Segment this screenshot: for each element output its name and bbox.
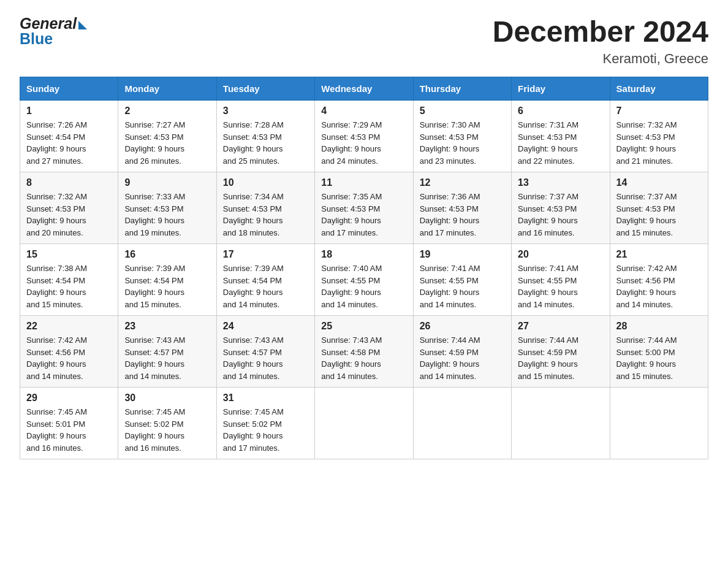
day-info: Sunrise: 7:41 AM Sunset: 4:55 PM Dayligh… (518, 262, 603, 310)
day-cell (413, 388, 511, 459)
day-info: Sunrise: 7:42 AM Sunset: 4:56 PM Dayligh… (26, 334, 112, 382)
day-info: Sunrise: 7:40 AM Sunset: 4:55 PM Dayligh… (321, 262, 406, 310)
day-number: 11 (321, 177, 406, 188)
day-cell: 25 Sunrise: 7:43 AM Sunset: 4:58 PM Dayl… (315, 316, 413, 388)
day-cell: 11 Sunrise: 7:35 AM Sunset: 4:53 PM Dayl… (315, 172, 413, 244)
day-info: Sunrise: 7:44 AM Sunset: 4:59 PM Dayligh… (420, 334, 505, 382)
day-cell: 7 Sunrise: 7:32 AM Sunset: 4:53 PM Dayli… (610, 101, 708, 172)
day-cell: 23 Sunrise: 7:43 AM Sunset: 4:57 PM Dayl… (118, 316, 216, 388)
day-cell: 6 Sunrise: 7:31 AM Sunset: 4:53 PM Dayli… (512, 101, 610, 172)
day-info: Sunrise: 7:39 AM Sunset: 4:54 PM Dayligh… (223, 262, 308, 310)
col-tuesday: Tuesday (216, 77, 314, 101)
day-number: 22 (26, 321, 112, 332)
logo-triangle-icon (78, 21, 87, 29)
calendar-title: December 2024 (493, 15, 708, 48)
day-cell: 19 Sunrise: 7:41 AM Sunset: 4:55 PM Dayl… (413, 244, 511, 316)
day-cell: 8 Sunrise: 7:32 AM Sunset: 4:53 PM Dayli… (20, 172, 118, 244)
week-row-5: 29 Sunrise: 7:45 AM Sunset: 5:01 PM Dayl… (20, 388, 708, 459)
calendar-header: Sunday Monday Tuesday Wednesday Thursday… (20, 77, 708, 101)
day-number: 19 (420, 249, 505, 260)
day-info: Sunrise: 7:32 AM Sunset: 4:53 PM Dayligh… (616, 119, 702, 167)
day-cell (315, 388, 413, 459)
day-info: Sunrise: 7:42 AM Sunset: 4:56 PM Dayligh… (616, 262, 702, 310)
day-number: 10 (223, 177, 308, 188)
day-number: 24 (223, 321, 308, 332)
day-number: 3 (223, 105, 308, 117)
day-cell: 17 Sunrise: 7:39 AM Sunset: 4:54 PM Dayl… (216, 244, 314, 316)
day-cell (512, 388, 610, 459)
col-thursday: Thursday (413, 77, 511, 101)
day-cell: 13 Sunrise: 7:37 AM Sunset: 4:53 PM Dayl… (512, 172, 610, 244)
day-number: 6 (518, 105, 603, 117)
day-info: Sunrise: 7:44 AM Sunset: 4:59 PM Dayligh… (518, 334, 603, 382)
day-cell (610, 388, 708, 459)
day-number: 7 (616, 105, 702, 117)
day-info: Sunrise: 7:26 AM Sunset: 4:54 PM Dayligh… (26, 119, 112, 167)
col-wednesday: Wednesday (315, 77, 413, 101)
day-number: 8 (26, 177, 112, 188)
day-cell: 18 Sunrise: 7:40 AM Sunset: 4:55 PM Dayl… (315, 244, 413, 316)
title-block: December 2024 Keramoti, Greece (493, 15, 708, 67)
col-friday: Friday (512, 77, 610, 101)
day-number: 18 (321, 249, 406, 260)
logo: General Blue (20, 15, 87, 48)
day-info: Sunrise: 7:29 AM Sunset: 4:53 PM Dayligh… (321, 119, 406, 167)
col-saturday: Saturday (610, 77, 708, 101)
day-number: 1 (26, 105, 112, 117)
day-info: Sunrise: 7:43 AM Sunset: 4:58 PM Dayligh… (321, 334, 406, 382)
col-monday: Monday (118, 77, 216, 101)
day-info: Sunrise: 7:39 AM Sunset: 4:54 PM Dayligh… (124, 262, 210, 310)
day-number: 21 (616, 249, 702, 260)
day-number: 14 (616, 177, 702, 188)
day-info: Sunrise: 7:33 AM Sunset: 4:53 PM Dayligh… (124, 191, 210, 239)
day-number: 20 (518, 249, 603, 260)
day-info: Sunrise: 7:43 AM Sunset: 4:57 PM Dayligh… (223, 334, 308, 382)
day-info: Sunrise: 7:31 AM Sunset: 4:53 PM Dayligh… (518, 119, 603, 167)
day-info: Sunrise: 7:38 AM Sunset: 4:54 PM Dayligh… (26, 262, 112, 310)
day-number: 9 (124, 177, 210, 188)
day-info: Sunrise: 7:30 AM Sunset: 4:53 PM Dayligh… (420, 119, 505, 167)
day-cell: 28 Sunrise: 7:44 AM Sunset: 5:00 PM Dayl… (610, 316, 708, 388)
day-number: 5 (420, 105, 505, 117)
day-info: Sunrise: 7:45 AM Sunset: 5:02 PM Dayligh… (124, 406, 210, 454)
header-row: Sunday Monday Tuesday Wednesday Thursday… (20, 77, 708, 101)
day-cell: 24 Sunrise: 7:43 AM Sunset: 4:57 PM Dayl… (216, 316, 314, 388)
day-cell: 29 Sunrise: 7:45 AM Sunset: 5:01 PM Dayl… (20, 388, 118, 459)
day-info: Sunrise: 7:45 AM Sunset: 5:01 PM Dayligh… (26, 406, 112, 454)
day-cell: 16 Sunrise: 7:39 AM Sunset: 4:54 PM Dayl… (118, 244, 216, 316)
day-number: 13 (518, 177, 603, 188)
day-cell: 1 Sunrise: 7:26 AM Sunset: 4:54 PM Dayli… (20, 101, 118, 172)
day-cell: 14 Sunrise: 7:37 AM Sunset: 4:53 PM Dayl… (610, 172, 708, 244)
day-cell: 21 Sunrise: 7:42 AM Sunset: 4:56 PM Dayl… (610, 244, 708, 316)
page-header: General Blue December 2024 Keramoti, Gre… (20, 15, 708, 67)
day-info: Sunrise: 7:35 AM Sunset: 4:53 PM Dayligh… (321, 191, 406, 239)
day-info: Sunrise: 7:36 AM Sunset: 4:53 PM Dayligh… (420, 191, 505, 239)
day-cell: 20 Sunrise: 7:41 AM Sunset: 4:55 PM Dayl… (512, 244, 610, 316)
day-info: Sunrise: 7:27 AM Sunset: 4:53 PM Dayligh… (124, 119, 210, 167)
week-row-2: 8 Sunrise: 7:32 AM Sunset: 4:53 PM Dayli… (20, 172, 708, 244)
day-number: 30 (124, 393, 210, 404)
day-info: Sunrise: 7:34 AM Sunset: 4:53 PM Dayligh… (223, 191, 308, 239)
day-cell: 3 Sunrise: 7:28 AM Sunset: 4:53 PM Dayli… (216, 101, 314, 172)
day-cell: 30 Sunrise: 7:45 AM Sunset: 5:02 PM Dayl… (118, 388, 216, 459)
calendar-table: Sunday Monday Tuesday Wednesday Thursday… (20, 77, 708, 459)
day-number: 25 (321, 321, 406, 332)
day-cell: 10 Sunrise: 7:34 AM Sunset: 4:53 PM Dayl… (216, 172, 314, 244)
day-cell: 27 Sunrise: 7:44 AM Sunset: 4:59 PM Dayl… (512, 316, 610, 388)
day-number: 2 (124, 105, 210, 117)
calendar-subtitle: Keramoti, Greece (493, 51, 708, 67)
day-number: 4 (321, 105, 406, 117)
day-cell: 26 Sunrise: 7:44 AM Sunset: 4:59 PM Dayl… (413, 316, 511, 388)
day-number: 17 (223, 249, 308, 260)
day-number: 26 (420, 321, 505, 332)
day-info: Sunrise: 7:28 AM Sunset: 4:53 PM Dayligh… (223, 119, 308, 167)
calendar-body: 1 Sunrise: 7:26 AM Sunset: 4:54 PM Dayli… (20, 101, 708, 459)
day-cell: 31 Sunrise: 7:45 AM Sunset: 5:02 PM Dayl… (216, 388, 314, 459)
day-number: 29 (26, 393, 112, 404)
day-info: Sunrise: 7:45 AM Sunset: 5:02 PM Dayligh… (223, 406, 308, 454)
day-number: 23 (124, 321, 210, 332)
day-cell: 15 Sunrise: 7:38 AM Sunset: 4:54 PM Dayl… (20, 244, 118, 316)
day-number: 16 (124, 249, 210, 260)
week-row-3: 15 Sunrise: 7:38 AM Sunset: 4:54 PM Dayl… (20, 244, 708, 316)
day-info: Sunrise: 7:32 AM Sunset: 4:53 PM Dayligh… (26, 191, 112, 239)
